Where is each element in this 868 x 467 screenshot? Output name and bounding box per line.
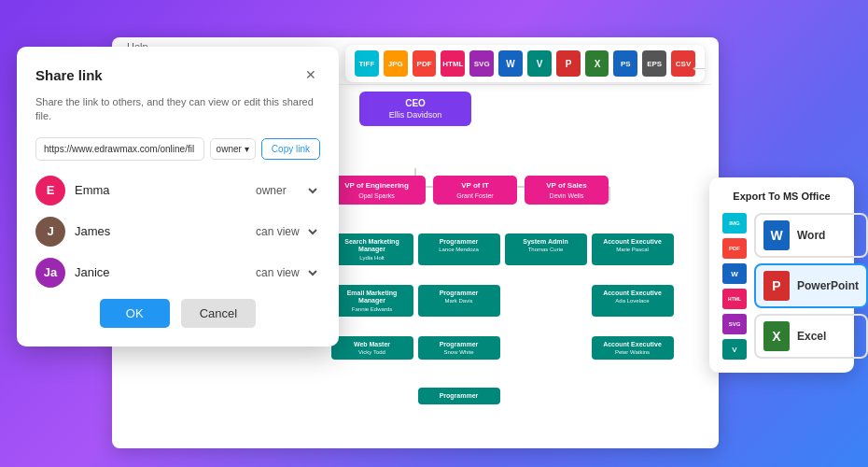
staff-placeholder-7 — [245, 388, 327, 404]
format-html[interactable]: HTML — [441, 50, 465, 77]
excel-icon: X — [763, 321, 790, 351]
mgr-acct-exec-1: Account Executive Marie Pascal — [592, 234, 674, 265]
user-name-emma: Emma — [75, 183, 246, 197]
vp-sales: VP of Sales Devin Wells — [525, 176, 609, 205]
staff-email-marketing: Email Marketing Manager Fannie Edwards — [331, 285, 413, 317]
link-input[interactable] — [35, 137, 204, 161]
vp-sales-title: VP of Sales — [532, 181, 601, 191]
svg-text:P: P — [565, 59, 571, 69]
svg-text:X: X — [594, 59, 600, 69]
mgr-programmer-1: Programmer Lance Mendoza — [418, 234, 500, 265]
vp-it-name: Grant Foster — [441, 192, 510, 199]
user-row-janice: Ja Janice can view owner can edit — [35, 258, 320, 288]
close-modal-button[interactable]: ✕ — [301, 65, 320, 84]
staff-programmer-4: Programmer — [418, 388, 500, 404]
format-tiff[interactable]: TIFF — [355, 50, 379, 77]
export-panel: Export To MS Office IMG PDF W HTML SVG V… — [709, 177, 854, 373]
staff-programmer-3: Programmer Snow White — [418, 336, 500, 360]
format-svg[interactable]: SVG — [469, 50, 494, 77]
export-option-cards: W Word P PowerPoint X Excel — [754, 213, 868, 359]
format-jpg[interactable]: JPG — [384, 50, 408, 77]
side-icon-list: IMG PDF W HTML SVG V — [722, 213, 747, 360]
ppt-label: PowerPoint — [797, 279, 859, 292]
staff-acct-exec-2: Account Executive Ada Lovelace — [592, 285, 674, 317]
staff-row-3: Programmer — [124, 388, 707, 404]
staff-placeholder-10 — [592, 388, 674, 404]
word-icon: W — [763, 220, 790, 250]
modal-header: Share link ✕ — [35, 65, 320, 84]
side-icon-img[interactable]: IMG — [722, 213, 747, 234]
user-row-james: J James can view owner can edit — [35, 217, 320, 247]
format-vsd[interactable]: V — [527, 50, 552, 77]
vp-engineering-title: VP of Engineering — [335, 181, 418, 191]
share-modal: Share link ✕ Share the link to others, a… — [17, 47, 339, 347]
link-row: owner ▾ Copy link — [35, 137, 320, 161]
excel-label: Excel — [797, 330, 826, 343]
permission-value: owner — [217, 144, 242, 154]
svg-text:W: W — [506, 59, 515, 69]
mgr-search-marketing: Search Marketing Manager Lydia Holt — [331, 234, 413, 265]
user-name-janice: Janice — [75, 265, 246, 279]
side-icon-svg[interactable]: SVG — [722, 314, 747, 334]
side-icon-pdf[interactable]: PDF — [722, 238, 747, 259]
side-icon-word[interactable]: W — [722, 263, 747, 284]
staff-placeholder-2 — [505, 285, 587, 317]
vp-it: VP of IT Grant Foster — [433, 176, 517, 205]
format-ppt[interactable]: P — [556, 50, 581, 77]
format-ps[interactable]: PS — [613, 50, 637, 77]
staff-placeholder-9 — [505, 388, 587, 404]
export-format-bar[interactable]: TIFF JPG PDF HTML SVG W V P X PS EPS CSV — [345, 45, 705, 82]
user-name-james: James — [75, 224, 246, 238]
word-label: Word — [797, 229, 825, 242]
vp-engineering-name: Opal Sparks — [335, 192, 418, 199]
modal-title: Share link — [35, 67, 103, 83]
avatar-james: J — [35, 217, 65, 247]
copy-link-button[interactable]: Copy link — [261, 138, 320, 160]
format-xlsx[interactable]: X — [585, 50, 609, 77]
staff-placeholder-6 — [158, 388, 240, 404]
ceo-box: CEO Ellis Davidson — [359, 92, 471, 126]
ceo-name: Ellis Davidson — [376, 110, 455, 120]
export-excel-card[interactable]: X Excel — [754, 314, 868, 359]
mgr-system-admin: System Admin Thomas Curie — [505, 234, 587, 265]
vp-engineering: VP of Engineering Opal Sparks — [328, 176, 426, 205]
role-select-janice[interactable]: can view owner can edit — [246, 262, 320, 284]
format-pdf[interactable]: PDF — [413, 50, 437, 77]
staff-placeholder-5 — [505, 336, 587, 360]
format-eps[interactable]: EPS — [642, 50, 666, 77]
modal-description: Share the link to others, and they can v… — [35, 95, 320, 124]
avatar-janice: Ja — [35, 258, 65, 288]
side-icon-vsd[interactable]: V — [722, 339, 747, 360]
staff-acct-exec-3: Account Executive Peter Watkins — [592, 336, 674, 360]
staff-programmer-2: Programmer Mark Davis — [418, 285, 500, 317]
permission-dropdown[interactable]: owner ▾ — [210, 138, 256, 160]
ceo-title: CEO — [376, 98, 455, 108]
export-ppt-card[interactable]: P PowerPoint — [754, 263, 868, 308]
vp-sales-name: Devin Wells — [532, 192, 601, 199]
staff-placeholder-8 — [331, 388, 413, 404]
export-layout: IMG PDF W HTML SVG V W Word P PowerPoint… — [722, 213, 841, 360]
ppt-icon: P — [763, 271, 790, 301]
export-panel-title: Export To MS Office — [722, 191, 841, 202]
arrow-indicator: ← — [689, 56, 709, 80]
export-word-card[interactable]: W Word — [754, 213, 868, 258]
user-row-emma: E Emma owner can edit can view — [35, 176, 320, 205]
role-select-emma[interactable]: owner can edit can view — [246, 179, 320, 202]
modal-actions: OK Cancel — [35, 299, 320, 328]
role-select-james[interactable]: can view owner can edit — [246, 220, 320, 243]
chevron-down-icon: ▾ — [245, 144, 249, 154]
avatar-emma: E — [35, 176, 65, 205]
ok-button[interactable]: OK — [100, 299, 170, 328]
format-word[interactable]: W — [498, 50, 523, 77]
svg-text:V: V — [537, 59, 543, 69]
side-icon-html[interactable]: HTML — [722, 289, 747, 309]
vp-it-title: VP of IT — [441, 181, 510, 191]
staff-webmaster: Web Master Vicky Todd — [331, 336, 413, 360]
cancel-button[interactable]: Cancel — [181, 299, 256, 328]
